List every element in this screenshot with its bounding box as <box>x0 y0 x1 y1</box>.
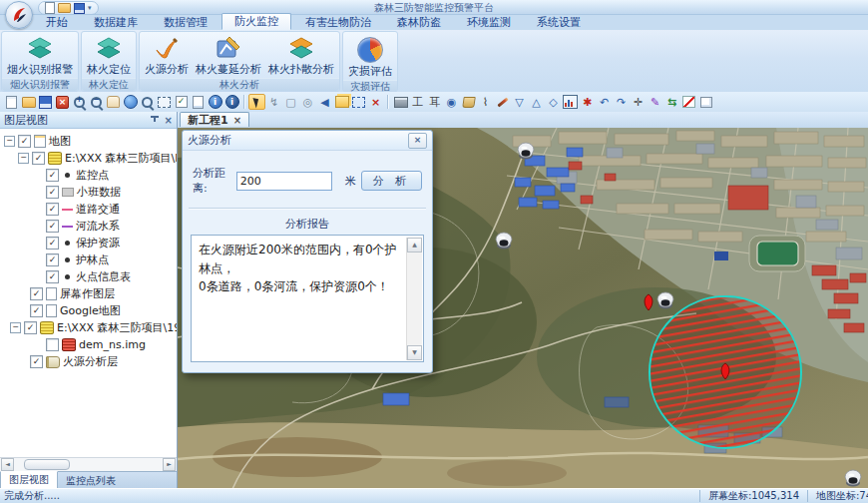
tree-item-resources[interactable]: ✓ 保护资源 <box>0 235 177 252</box>
scroll-down-icon[interactable]: ▼ <box>407 345 422 360</box>
flag-icon[interactable]: ◀ <box>316 94 333 110</box>
track-route-icon[interactable]: ⌇ <box>477 94 494 110</box>
chart-icon[interactable] <box>562 94 579 110</box>
tree-item-cameras[interactable]: ✓ 监控点 <box>0 167 177 184</box>
analyze-button[interactable]: 分 析 <box>361 171 422 191</box>
tab-env-monitor[interactable]: 环境监测 <box>455 15 523 30</box>
tree-item-fire-analysis-layer[interactable]: ✓ 火源分析层 <box>0 353 177 370</box>
select-check-icon[interactable]: ✓ <box>173 94 190 110</box>
checkbox[interactable]: ✓ <box>46 253 59 266</box>
tab-forest-theft[interactable]: 森林防盗 <box>385 15 453 30</box>
checkbox[interactable]: ✓ <box>30 304 43 317</box>
open-folder-icon[interactable] <box>58 3 71 13</box>
select-arrow-icon[interactable] <box>248 94 265 110</box>
report-textarea[interactable]: 在火源附近200米的范围内，有0个护林点， 0条道路，0条河流，保护资源0个！ <box>191 235 424 362</box>
clear-box-icon[interactable] <box>680 94 697 110</box>
tree-item-db-ns[interactable]: − ✓ E:\XXX 森林三防项目\NS.m <box>0 150 177 167</box>
document-icon[interactable] <box>190 94 207 110</box>
qat-dropdown-icon[interactable]: ▾ <box>88 4 92 12</box>
sketch-purple-icon[interactable]: ✎ <box>647 94 663 110</box>
camera-marker[interactable] <box>845 470 861 487</box>
draw-pen-icon[interactable] <box>494 94 511 110</box>
undo-icon[interactable]: ↶ <box>596 94 613 110</box>
tab-pest-control[interactable]: 有害生物防治 <box>293 15 383 30</box>
camera-marker[interactable] <box>657 292 673 309</box>
zoom-in-icon[interactable]: + <box>71 94 88 110</box>
scroll-thumb[interactable] <box>24 459 70 470</box>
panel-tab-camera-list[interactable]: 监控点列表 <box>58 472 124 489</box>
measure-height-icon[interactable]: 工 <box>409 94 426 110</box>
tab-fire-monitor[interactable]: 防火监控 <box>221 13 291 30</box>
close-icon[interactable]: × <box>54 94 71 110</box>
tree-item-compartments[interactable]: ✓ 小班数据 <box>0 184 177 201</box>
checkbox[interactable]: ✓ <box>30 355 43 368</box>
draw-diamond-icon[interactable]: ◇ <box>545 94 562 110</box>
fire-locate-button[interactable]: 林火定位 <box>84 34 134 78</box>
open-folder-icon[interactable] <box>20 94 37 110</box>
fill-bucket-icon[interactable] <box>460 94 477 110</box>
new-document-icon[interactable] <box>3 94 20 110</box>
redo-icon[interactable]: ↷ <box>613 94 630 110</box>
checkbox[interactable]: ✓ <box>30 287 43 300</box>
panel-tab-layers[interactable]: 图层视图 <box>0 471 58 489</box>
app-logo[interactable] <box>5 1 33 29</box>
extent-box-icon[interactable] <box>156 94 173 110</box>
measure-box-icon[interactable]: 耳 <box>426 94 443 110</box>
save-icon[interactable] <box>74 3 85 14</box>
checkbox[interactable]: ✓ <box>46 203 59 216</box>
new-document-icon[interactable] <box>45 2 55 14</box>
tab-data-manage[interactable]: 数据管理 <box>152 15 219 30</box>
draw-triangle-icon[interactable]: △ <box>528 94 545 110</box>
checkbox[interactable]: ✓ <box>32 152 45 165</box>
tab-system-settings[interactable]: 系统设置 <box>525 15 593 30</box>
document-tab-project1[interactable]: 新工程1 × <box>180 112 249 127</box>
select-circle-icon[interactable]: ◎ <box>299 94 316 110</box>
dialog-close-icon[interactable]: × <box>408 133 427 149</box>
move-icon[interactable]: ✛ <box>630 94 647 110</box>
tab-start[interactable]: 开始 <box>34 15 80 30</box>
zoom-out-icon[interactable]: − <box>88 94 105 110</box>
tree-item-screen-layer[interactable]: ✓ 屏幕作图层 <box>0 285 177 302</box>
checkbox[interactable]: ✓ <box>46 270 59 283</box>
tree-item-dem-img[interactable]: ✓ dem_ns.img <box>0 336 177 353</box>
clear-selection-icon[interactable]: ↯ <box>265 94 282 110</box>
pin-icon[interactable] <box>151 116 159 125</box>
measure-icon[interactable] <box>392 94 409 110</box>
copy-layers-icon[interactable] <box>333 94 350 110</box>
fire-spread-analysis-button[interactable]: 林火蔓延分析 <box>193 34 264 78</box>
scroll-left-icon[interactable]: ◄ <box>1 458 14 471</box>
fire-source-analysis-button[interactable]: 火源分析 <box>142 34 192 78</box>
tree-item-roads[interactable]: ✓ 道路交通 <box>0 201 177 218</box>
identify-down-icon[interactable]: i <box>223 94 240 110</box>
checkbox[interactable]: ✓ <box>46 338 59 351</box>
scroll-up-icon[interactable]: ▲ <box>407 238 422 252</box>
collapse-icon[interactable]: − <box>4 136 15 147</box>
checkbox[interactable]: ✓ <box>24 321 37 334</box>
close-tab-icon[interactable]: × <box>233 115 241 126</box>
window-box-icon[interactable] <box>697 94 714 110</box>
camera-marker[interactable] <box>518 143 534 160</box>
identify-icon[interactable]: i <box>207 94 223 110</box>
report-scrollbar[interactable]: ▲ ▼ <box>406 238 422 360</box>
tree-item-rivers[interactable]: ✓ 河流水系 <box>0 218 177 235</box>
tree-item-db-dem[interactable]: − ✓ E:\XXX 森林三防项目\19青 <box>0 319 177 336</box>
fire-suppression-analysis-button[interactable]: 林火扑散分析 <box>265 34 337 78</box>
save-icon[interactable] <box>37 94 54 110</box>
camera-marker[interactable] <box>496 233 512 250</box>
checkbox[interactable]: ✓ <box>46 237 59 250</box>
tree-item-fire-info[interactable]: ✓ 火点信息表 <box>0 268 177 285</box>
close-panel-icon[interactable]: × <box>165 115 173 126</box>
dialog-title-bar[interactable]: 火源分析 × <box>183 131 432 151</box>
checkbox[interactable]: ✓ <box>18 135 31 148</box>
distance-input[interactable] <box>236 172 332 191</box>
smoke-alarm-button[interactable]: 烟火识别报警 <box>4 34 76 78</box>
damage-assessment-button[interactable]: 灾损评估 <box>345 34 395 80</box>
tree-item-google-map[interactable]: ✓ Google地图 <box>0 302 177 319</box>
collapse-icon[interactable]: − <box>10 322 21 333</box>
checkbox[interactable]: ✓ <box>46 220 59 233</box>
tab-data-build[interactable]: 数据建库 <box>82 15 150 30</box>
clear-graphics-icon[interactable]: ✱ <box>579 94 596 110</box>
select-box-icon[interactable]: ▢ <box>282 94 299 110</box>
tree-item-map[interactable]: − ✓ 地图 <box>0 133 177 150</box>
select-features-icon[interactable] <box>350 94 367 110</box>
